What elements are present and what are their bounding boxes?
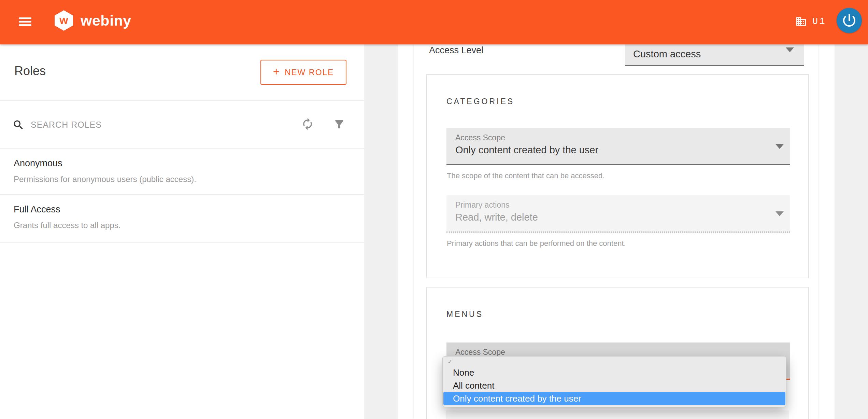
access-scope-value: Only content created by the user [455,144,598,156]
roles-list-panel: Roles + NEW ROLE Anonymous Permissions f… [0,44,364,419]
chevron-down-icon [775,144,784,149]
primary-actions-label: Primary actions [455,200,509,210]
new-role-button-label: NEW ROLE [285,68,334,77]
search-icon [12,119,25,131]
divider [0,242,364,243]
menus-section-title: MENUS [446,310,483,319]
dropdown-option-none[interactable]: None [443,366,786,379]
primary-actions-helper: Primary actions that can be performed on… [447,239,626,248]
refresh-button[interactable] [301,117,314,131]
role-description: Permissions for anonymous users (public … [14,174,196,184]
role-name: Anonymous [14,158,62,169]
webiny-logo[interactable]: w webiny [55,10,131,31]
access-level-label: Access Level [429,45,483,56]
filter-icon [333,118,345,130]
role-description: Grants full access to all apps. [14,221,120,230]
search-input[interactable] [31,117,236,132]
building-icon [795,16,807,27]
categories-primary-actions-select: Primary actions Read, write, delete [446,195,790,233]
new-role-button[interactable]: + NEW ROLE [260,60,346,85]
access-level-select[interactable]: Custom access [625,44,804,66]
categories-section-title: CATEGORIES [446,97,514,106]
hamburger-menu-icon[interactable] [19,17,31,26]
tenant-label: U1 [812,16,826,27]
refresh-icon [301,117,314,130]
chevron-down-icon [786,47,794,52]
dropdown-option-all-content[interactable]: All content [443,379,786,392]
user-avatar[interactable] [837,8,862,33]
plus-icon: + [273,65,280,78]
categories-section: CATEGORIES Access Scope Only content cre… [426,74,809,278]
access-level-value: Custom access [633,48,701,60]
check-icon: ✓ [447,358,453,365]
webiny-logo-initial: w [60,14,68,27]
webiny-hexagon-icon: w [55,10,73,31]
access-scope-label: Access Scope [455,348,505,357]
dropdown-option-only-content-created-by-user[interactable]: Only content created by the user [443,392,785,405]
role-name: Full Access [14,204,60,215]
native-select-dropdown: ✓ None All content Only content created … [442,356,786,407]
dropdown-option-blank[interactable]: ✓ [443,357,786,366]
webiny-admin-app: w webiny U1 Roles + NEW ROLE [0,0,868,419]
menus-primary-actions-field-partial [446,410,789,419]
role-list-item-full-access[interactable]: Full Access Grants full access to all ap… [0,195,364,242]
top-app-bar: w webiny U1 [0,0,868,44]
chevron-down-icon [775,211,784,216]
primary-actions-value: Read, write, delete [455,212,538,223]
power-icon [841,12,857,29]
webiny-wordmark: webiny [81,12,131,29]
categories-access-scope-select[interactable]: Access Scope Only content created by the… [446,128,790,165]
access-scope-helper: The scope of the content that can be acc… [447,171,604,180]
page-title: Roles [14,64,46,78]
divider [0,100,364,101]
access-scope-label: Access Scope [455,133,505,142]
filter-button[interactable] [333,118,345,131]
tenant-switcher[interactable]: U1 [795,16,826,27]
role-list-item-anonymous[interactable]: Anonymous Permissions for anonymous user… [0,149,364,196]
